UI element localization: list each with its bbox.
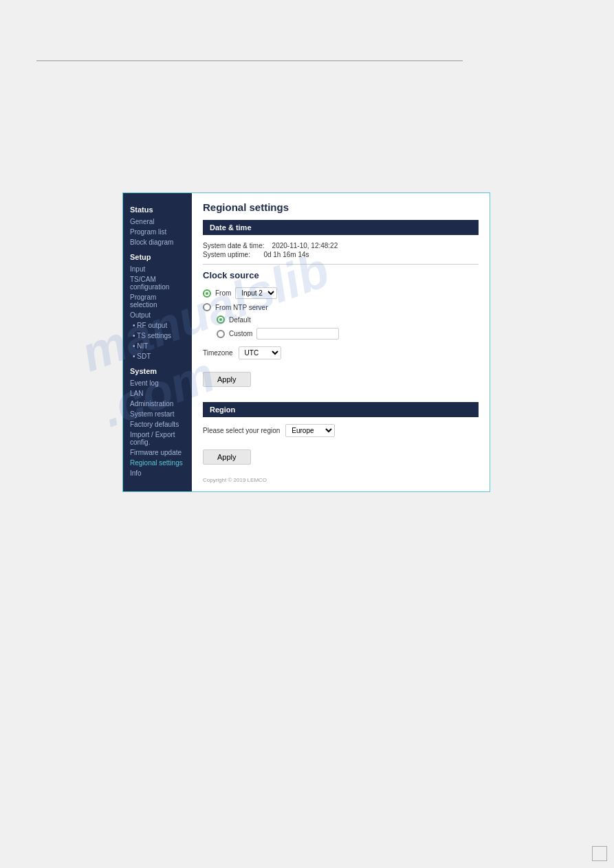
region-select-label: Please select your region [203,427,280,434]
region-row: Please select your region Europe America… [203,424,479,437]
system-date-line: System date & time: 2020-11-10, 12:48:22 [203,242,479,249]
sidebar-item-import-export[interactable]: Import / Export config. [123,430,192,447]
sidebar-item-program-list[interactable]: Program list [123,227,192,237]
ntp-radio-row: From NTP server [203,303,479,311]
sidebar-item-block-diagram[interactable]: Block diagram [123,237,192,247]
sidebar-item-lan[interactable]: LAN [123,388,192,399]
top-line [36,60,463,61]
content-area: Regional settings Date & time System dat… [192,193,490,491]
region-section: Region Please select your region Europe … [203,402,479,470]
custom-ntp-input[interactable] [256,328,339,340]
region-select[interactable]: Europe Americas Asia Africa Oceania [285,424,335,437]
timezone-label: Timezone [203,349,233,357]
date-time-header: Date & time [203,220,479,235]
sidebar-item-general[interactable]: General [123,216,192,227]
sidebar-item-program-selection[interactable]: Program selection [123,292,192,310]
system-uptime-label: System uptime: [203,251,250,258]
from-label: From [215,289,231,297]
sidebar-item-factory-defaults[interactable]: Factory defaults [123,419,192,430]
sidebar-item-sdt[interactable]: • SDT [123,351,192,361]
apply-clock-button[interactable]: Apply [203,372,251,387]
page-title: Regional settings [203,201,479,213]
ntp-label: From NTP server [215,304,268,311]
from-input-select[interactable]: Input 2 Input 1 Input 3 [235,287,277,299]
sidebar-item-regional-settings[interactable]: Regional settings [123,458,192,468]
sidebar-status-title: Status [123,200,192,216]
sidebar: Status General Program list Block diagra… [123,193,192,491]
default-label: Default [229,316,251,324]
ntp-radio[interactable] [203,303,211,311]
system-uptime-line: System uptime: 0d 1h 16m 14s [203,251,479,258]
clock-source-title: Clock source [203,270,479,280]
sidebar-item-input[interactable]: Input [123,264,192,274]
custom-radio-row: Custom [217,328,479,340]
sidebar-setup-title: Setup [123,247,192,264]
sidebar-item-output[interactable]: Output [123,310,192,320]
system-uptime-value: 0d 1h 16m 14s [263,251,309,258]
timezone-select[interactable]: UTC UTC+1 UTC+2 UTC-1 [239,346,281,359]
custom-label: Custom [229,330,252,337]
system-date-value: 2020-11-10, 12:48:22 [272,242,338,249]
sidebar-item-tscam[interactable]: TS/CAM configuration [123,274,192,292]
ntp-indent: Default Custom [217,315,479,340]
timezone-row: Timezone UTC UTC+1 UTC+2 UTC-1 [203,346,479,359]
sidebar-item-info[interactable]: Info [123,468,192,478]
sidebar-item-system-restart[interactable]: System restart [123,409,192,419]
from-radio-row: From Input 2 Input 1 Input 3 [203,287,479,299]
sidebar-item-administration[interactable]: Administration [123,399,192,409]
copyright: Copyright © 2019 LEMCO [203,477,479,483]
main-container: Status General Program list Block diagra… [122,192,490,492]
default-radio-row: Default [217,315,479,324]
sidebar-item-rf-output[interactable]: • RF output [123,320,192,331]
default-radio[interactable] [217,315,225,324]
sidebar-system-title: System [123,361,192,378]
sidebar-item-ts-settings[interactable]: • TS settings [123,331,192,341]
sidebar-item-event-log[interactable]: Event log [123,378,192,388]
from-radio[interactable] [203,289,211,298]
apply-region-button[interactable]: Apply [203,449,251,465]
corner-box [592,846,607,861]
page-wrapper: manualslib.com Status General Program li… [0,0,614,868]
custom-radio[interactable] [217,330,225,338]
system-date-label: System date & time: [203,242,264,249]
sidebar-item-firmware-update[interactable]: Firmware update [123,447,192,458]
region-header: Region [203,402,479,417]
divider [203,264,479,265]
sidebar-item-nit[interactable]: • NIT [123,341,192,351]
